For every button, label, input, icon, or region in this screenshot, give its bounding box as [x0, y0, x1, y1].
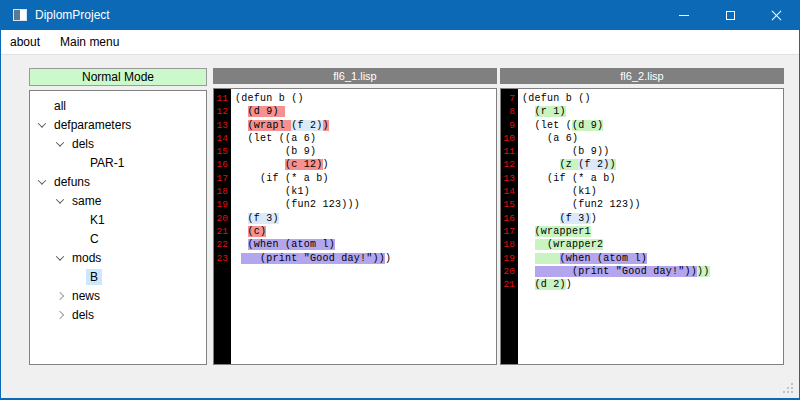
code-segment: (wrapper1: [535, 226, 591, 237]
chevron-right-icon[interactable]: [52, 293, 68, 299]
close-button[interactable]: [753, 0, 799, 30]
tree-item-news[interactable]: news: [30, 286, 206, 305]
chevron-down-icon[interactable]: [34, 179, 50, 185]
code-segment: (defun b (): [522, 93, 591, 104]
code-segment: (a 6): [522, 133, 578, 144]
code-lines: 11(defun b ()12 (d 9) 13 (wrapl (f 2))14…: [214, 92, 496, 265]
app-icon: [13, 9, 27, 21]
code-segment: (f 2): [291, 120, 322, 131]
code-segment: [235, 226, 248, 237]
code-text: (a 6): [518, 132, 578, 145]
chevron-glyph: [38, 176, 46, 184]
code-line: 18 (wrapper2: [501, 238, 783, 251]
tree-item-dels[interactable]: dels: [30, 134, 206, 153]
code-line: 23 (print "Good day!"))): [214, 252, 496, 265]
tree-item-dels[interactable]: dels: [30, 305, 206, 324]
line-number: 18: [501, 238, 518, 251]
code-text: (k1): [231, 185, 310, 198]
resize-grip[interactable]: [791, 391, 793, 393]
menu-item-about[interactable]: about: [1, 35, 50, 49]
code-segment: (if (* a b): [235, 173, 329, 184]
tree-view[interactable]: alldefparametersdelsPAR-1defunssameK1Cmo…: [29, 90, 207, 365]
code-segment: (fun2 123))): [235, 199, 360, 210]
chevron-down-icon[interactable]: [52, 198, 68, 204]
code-segment: [522, 226, 535, 237]
tree-item-b[interactable]: B: [30, 267, 206, 286]
code-segment: (let ((a 6): [235, 133, 316, 144]
code-line: 8 (r 1): [501, 105, 783, 118]
code-lines: 7(defun b ()8 (r 1)9 (let ((d 9)10 (a 6)…: [501, 92, 783, 291]
code-segment: ): [566, 279, 572, 290]
code-segment: (let (: [522, 120, 572, 131]
code-line: 14 (let ((a 6): [214, 132, 496, 145]
line-number: 20: [501, 265, 518, 278]
tree-item-par-1[interactable]: PAR-1: [30, 153, 206, 172]
app-icon-glyph: [14, 10, 20, 20]
tree-item-label: defparameters: [50, 117, 135, 133]
code-text: (wrapper2: [518, 238, 603, 251]
line-number: 8: [501, 105, 518, 118]
code-segment: (print "Good day!")): [241, 253, 385, 264]
code-line: 16 (f 3)): [501, 212, 783, 225]
window-controls: [661, 0, 799, 30]
line-number: 22: [214, 238, 231, 251]
code-segment: (d 9): [572, 120, 603, 131]
line-number: 18: [214, 185, 231, 198]
line-number: 17: [501, 225, 518, 238]
line-number: 21: [501, 278, 518, 291]
line-number: 16: [501, 212, 518, 225]
normal-mode-button[interactable]: Normal Mode: [29, 68, 207, 86]
tree-item-same[interactable]: same: [30, 191, 206, 210]
line-number: 10: [501, 132, 518, 145]
tree-item-label: all: [50, 98, 70, 114]
code-line: 15 (b 9): [214, 145, 496, 158]
code-segment: [235, 106, 248, 117]
line-number: 14: [214, 132, 231, 145]
code-panel-file1[interactable]: 11(defun b ()12 (d 9) 13 (wrapl (f 2))14…: [213, 88, 497, 365]
line-number: 9: [501, 119, 518, 132]
code-line: 11 (b 9)): [501, 145, 783, 158]
line-number: 11: [501, 145, 518, 158]
tree-item-all[interactable]: all: [30, 96, 206, 115]
code-line: 21 (d 2)): [501, 278, 783, 291]
tree-item-label: same: [68, 193, 105, 209]
tree-item-defuns[interactable]: defuns: [30, 172, 206, 191]
code-segment: (defun b (): [235, 93, 304, 104]
line-number: 19: [501, 252, 518, 265]
line-number: 11: [214, 92, 231, 105]
menu-bar: about Main menu: [1, 30, 799, 55]
chevron-down-icon[interactable]: [34, 122, 50, 128]
code-panel-file2[interactable]: 7(defun b ()8 (r 1)9 (let ((d 9)10 (a 6)…: [500, 88, 784, 365]
code-segment: [535, 253, 560, 264]
line-number: 20: [214, 212, 231, 225]
maximize-button[interactable]: [707, 0, 753, 30]
code-segment: (wrapl: [248, 120, 292, 131]
code-text: (if (* a b): [231, 172, 329, 185]
code-text: (if (* a b): [518, 172, 616, 185]
code-segment: (f 3): [248, 213, 279, 224]
code-line: 13 (if (* a b): [501, 172, 783, 185]
code-text: (print "Good day!"))): [231, 252, 391, 265]
code-text: (let ((d 9): [518, 119, 603, 132]
chevron-glyph: [56, 310, 64, 318]
line-number: 19: [214, 198, 231, 211]
chevron-down-icon[interactable]: [52, 255, 68, 261]
code-text: (print "Good day!")))): [518, 265, 710, 278]
code-text: (wrapl (f 2)): [231, 119, 329, 132]
tree-item-k1[interactable]: K1: [30, 210, 206, 229]
code-line: 19 (when (atom l): [501, 252, 783, 265]
code-text: (k1): [518, 185, 597, 198]
chevron-down-icon[interactable]: [52, 141, 68, 147]
code-segment: )): [697, 266, 710, 277]
code-segment: (when (atom l): [560, 253, 648, 264]
line-number: 13: [214, 119, 231, 132]
tree-item-mods[interactable]: mods: [30, 248, 206, 267]
code-line: 21 (c): [214, 225, 496, 238]
tree-item-label: B: [86, 269, 102, 285]
minimize-button[interactable]: [661, 0, 707, 30]
tree-item-c[interactable]: C: [30, 229, 206, 248]
chevron-right-icon[interactable]: [52, 312, 68, 318]
menu-item-main-menu[interactable]: Main menu: [50, 35, 129, 49]
tree-item-defparameters[interactable]: defparameters: [30, 115, 206, 134]
code-line: 7(defun b (): [501, 92, 783, 105]
